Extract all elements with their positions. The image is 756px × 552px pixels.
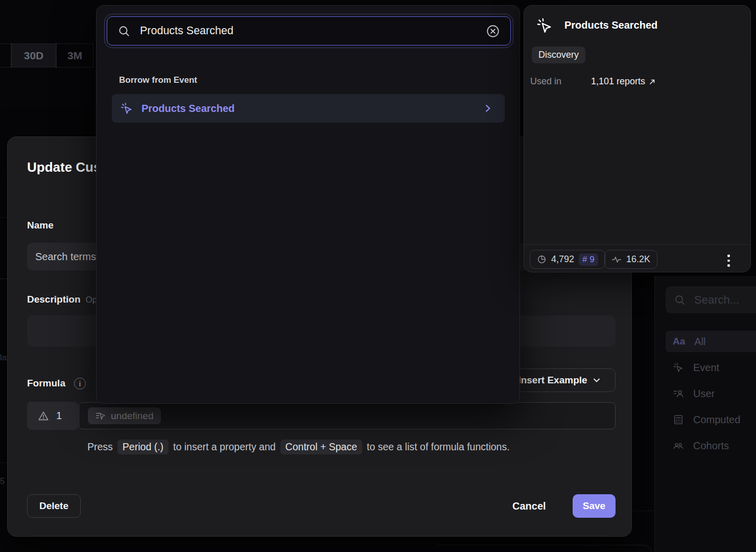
time-range-label: 30D [24,50,44,62]
sidebar-item-label: Event [693,362,719,374]
pulse-icon [611,255,622,264]
sidebar-item-user[interactable]: User [666,383,756,404]
reports-count-text: 1,101 reports [591,76,645,87]
chevron-right-icon [483,104,492,113]
calculator-icon [673,414,684,425]
kbd-period: Period (.) [117,440,169,454]
arrow-up-right-icon [649,78,656,85]
save-button[interactable]: Save [573,494,616,518]
property-type-sidebar: Aa All Event User [654,276,756,552]
time-range-7d[interactable]: 7D [0,43,11,67]
bg-gridline [632,511,655,511]
formula-label: Formula [27,378,65,389]
search-result-label: Products Searched [141,103,475,114]
bg-axis-label: lay [0,353,7,363]
name-label: Name [27,220,54,231]
sidebar-item-event[interactable]: Event [666,357,756,378]
kbd-control-space: Control + Space [280,440,362,454]
bg-gridline [0,463,7,463]
sidebar-item-label: Cohorts [693,440,729,452]
detail-panel-divider [524,244,750,245]
category-badge: Discovery [532,47,585,63]
formula-property-chip[interactable]: undefined [88,407,161,424]
formula-hint: Press Period (.) to insert a property an… [87,440,510,454]
app-root: lay 5 7D 30D 3M Update Custom Property N… [0,0,756,552]
bg-axis-label: 5 [0,476,5,487]
time-range-label: 3M [67,50,82,62]
total-count-pill[interactable]: 4,792 # 9 [530,250,605,269]
clear-search-icon[interactable] [486,24,500,38]
used-in-label: Used in [530,76,561,87]
bg-gridline [0,217,7,218]
total-count-value: 4,792 [551,254,574,265]
search-icon [674,294,686,306]
more-options-button[interactable] [727,255,730,267]
rank-badge: # 9 [579,254,598,266]
sidebar-search-input[interactable] [693,293,754,307]
sidebar-item-label: Computed [693,414,740,426]
overlay-search-field[interactable] [107,16,511,45]
event-detail-panel: Products Searched Discovery Used in 1,10… [524,5,751,272]
formula-input[interactable]: undefined [79,402,616,429]
bg-panel-edge [437,545,652,552]
activity-count-value: 16.2K [626,254,650,265]
search-result-products-searched[interactable]: Products Searched [112,94,505,123]
hint-text: Press [87,441,113,453]
event-icon [536,17,553,34]
formula-error-count: 1 [56,410,62,422]
hint-text: to see a list of formula functions. [367,441,510,453]
sidebar-item-computed[interactable]: Computed [666,409,756,430]
hint-text: to insert a property and [173,441,276,453]
borrow-from-event-heading: Borrow from Event [119,75,197,85]
event-icon [673,362,684,373]
event-property-icon [96,411,106,421]
activity-count-pill[interactable]: 16.2K [604,250,657,269]
sidebar-item-cohorts[interactable]: Cohorts [666,435,756,456]
pie-chart-icon [537,255,547,264]
cohorts-icon [673,440,684,451]
overlay-search-input[interactable] [139,24,478,38]
event-icon [120,102,133,115]
used-in-reports-link[interactable]: 1,101 reports [591,76,656,87]
description-label-text: Description [27,294,81,305]
bg-gridline [0,279,7,279]
insert-example-button[interactable]: Insert Example [503,369,616,392]
info-icon[interactable]: i [74,378,86,389]
detail-panel-title: Products Searched [564,19,657,31]
formula-chip-label: undefined [111,410,153,422]
time-range-3m[interactable]: 3M [56,43,93,67]
formula-error-counter: 1 [27,402,78,430]
sidebar-item-label: User [693,388,715,400]
cancel-button[interactable]: Cancel [512,494,546,518]
warning-icon [38,410,49,422]
event-search-overlay: Borrow from Event Products Searched [96,5,520,404]
delete-button[interactable]: Delete [27,494,81,518]
user-icon [673,388,684,399]
sidebar-item-all[interactable]: Aa All [666,331,756,352]
search-icon [117,25,131,38]
insert-example-label: Insert Example [518,375,587,386]
chevron-down-icon [593,376,601,384]
aa-icon: Aa [673,336,685,347]
sidebar-item-label: All [694,336,705,348]
time-range-30d[interactable]: 30D [11,43,56,67]
sidebar-search-field[interactable] [666,286,756,313]
